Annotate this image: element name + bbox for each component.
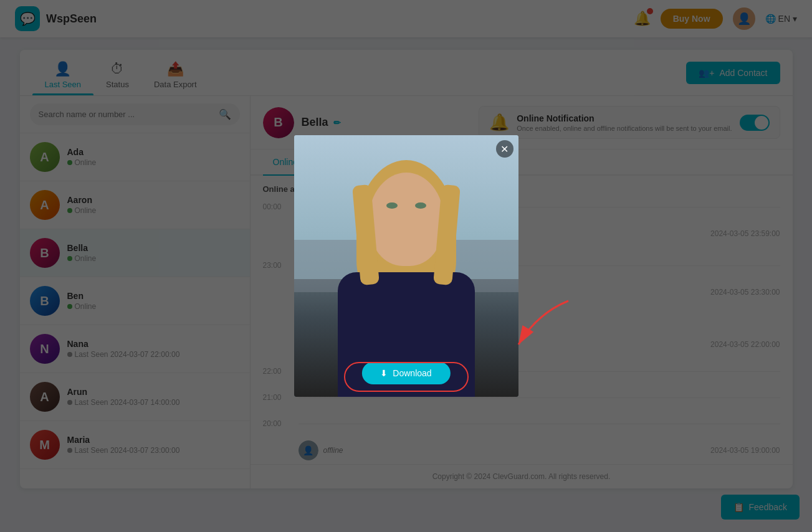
close-overlay-button[interactable]: ✕ — [496, 140, 513, 158]
image-overlay[interactable]: ⬇ Download ✕ — [0, 0, 812, 532]
download-button[interactable]: ⬇ Download — [361, 362, 450, 384]
overlay-image: ⬇ Download ✕ — [294, 135, 518, 397]
overlay-content: ⬇ Download ✕ — [294, 135, 518, 397]
download-icon: ⬇ — [380, 368, 388, 378]
portrait-simulation — [294, 135, 518, 397]
